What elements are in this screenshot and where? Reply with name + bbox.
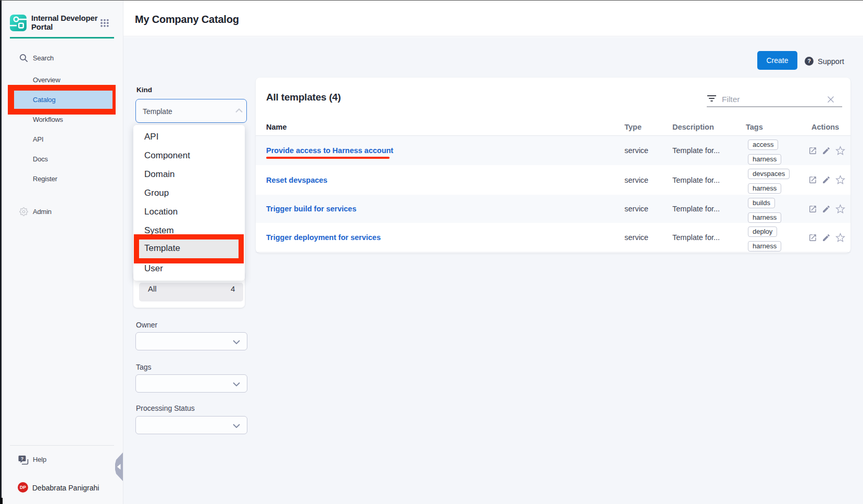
svg-text:?: ? xyxy=(21,456,24,461)
